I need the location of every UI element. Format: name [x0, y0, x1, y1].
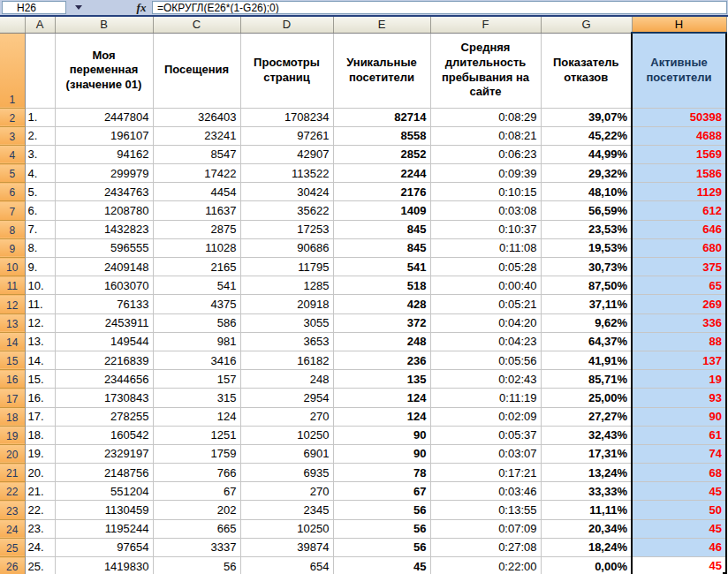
cell-bounce-rate[interactable]: 23,53%	[541, 220, 632, 238]
cell-avg-duration[interactable]: 0:03:07	[430, 444, 541, 463]
cell-visits[interactable]: 981	[153, 332, 240, 351]
cell-visits[interactable]: 2165	[153, 258, 240, 276]
cell-index[interactable]: 19.	[25, 444, 55, 463]
cell-avg-duration[interactable]: 0:08:29	[430, 108, 541, 126]
cell-avg-duration[interactable]: 0:02:09	[430, 407, 541, 426]
row-header[interactable]: 7	[0, 201, 25, 220]
cell-pageviews[interactable]: 270	[240, 407, 333, 426]
cell-active-visitors[interactable]: 50398	[632, 108, 726, 126]
insert-function-icon[interactable]: fx	[132, 0, 151, 15]
cell-unique-visitors[interactable]: 82714	[333, 108, 430, 126]
cell-visits[interactable]: 326403	[153, 108, 240, 126]
cell-pageviews[interactable]: 17253	[240, 220, 333, 238]
cell-bounce-rate[interactable]: 87,50%	[541, 276, 632, 295]
cell-index[interactable]: 15.	[25, 370, 55, 389]
cell-index[interactable]: 23.	[25, 519, 55, 538]
cell-visits[interactable]: 17422	[153, 164, 240, 183]
cell-active-visitors[interactable]: 88	[632, 332, 726, 351]
cell-avg-duration[interactable]: 0:06:23	[430, 145, 541, 163]
cell-avg-duration[interactable]: 0:05:37	[430, 426, 541, 444]
cell-bounce-rate[interactable]: 32,43%	[541, 426, 632, 444]
cell-bounce-rate[interactable]: 29,32%	[541, 164, 632, 183]
cell-active-visitors[interactable]: 375	[632, 258, 726, 276]
cell-variable[interactable]: 1130459	[55, 501, 153, 519]
column-header-b[interactable]: B	[55, 17, 153, 33]
cell-bounce-rate[interactable]: 11,11%	[541, 501, 632, 519]
cell-index[interactable]: 4.	[25, 164, 55, 183]
cell-unique-visitors[interactable]: 372	[333, 313, 430, 332]
cell-pageviews[interactable]: 2345	[240, 501, 333, 519]
cell-active-visitors[interactable]: 46	[632, 538, 726, 556]
cell-active-visitors[interactable]: 1586	[632, 164, 726, 183]
cell-index[interactable]: 21.	[25, 482, 55, 501]
column-header-g[interactable]: G	[541, 17, 632, 33]
cell-active-visitors[interactable]: 50	[632, 501, 726, 519]
cell-visits[interactable]: 2875	[153, 220, 240, 238]
cell-variable[interactable]: 1432823	[55, 220, 153, 238]
cell-active-visitors[interactable]: 1569	[632, 145, 726, 163]
cell-pageviews[interactable]: 654	[240, 557, 333, 574]
cell-variable[interactable]: 596555	[55, 238, 153, 257]
cell-bounce-rate[interactable]: 19,53%	[541, 238, 632, 257]
row-header[interactable]: 5	[0, 164, 25, 183]
cell-b1-header[interactable]: Моя переменная (значение 01)	[55, 33, 153, 108]
cell-avg-duration[interactable]: 0:10:15	[430, 183, 541, 201]
cell-index[interactable]: 2.	[25, 126, 55, 145]
cell-bounce-rate[interactable]: 0,00%	[541, 557, 632, 574]
cell-bounce-rate[interactable]: 48,10%	[541, 183, 632, 201]
cell-index[interactable]: 17.	[25, 407, 55, 426]
cell-bounce-rate[interactable]: 44,99%	[541, 145, 632, 163]
row-header[interactable]: 15	[0, 351, 25, 369]
cell-active-visitors[interactable]: 45	[632, 482, 726, 501]
cell-variable[interactable]: 1419830	[55, 557, 153, 574]
cell-variable[interactable]: 2434763	[55, 183, 153, 201]
cell-visits[interactable]: 3416	[153, 351, 240, 369]
row-header[interactable]: 8	[0, 220, 25, 238]
cell-active-visitors[interactable]: 4688	[632, 126, 726, 145]
cell-bounce-rate[interactable]: 20,34%	[541, 519, 632, 538]
cell-index[interactable]: 25.	[25, 557, 55, 574]
select-all-corner[interactable]	[0, 17, 25, 33]
cell-avg-duration[interactable]: 0:05:28	[430, 258, 541, 276]
column-header-h-selected[interactable]: H	[632, 17, 726, 33]
cell-pageviews[interactable]: 270	[240, 482, 333, 501]
cell-e1-header[interactable]: Уникальные посетители	[333, 33, 430, 108]
cell-pageviews[interactable]: 6935	[240, 464, 333, 482]
row-header[interactable]: 16	[0, 370, 25, 389]
cell-unique-visitors[interactable]: 45	[333, 557, 430, 574]
cell-bounce-rate[interactable]: 27,27%	[541, 407, 632, 426]
cell-unique-visitors[interactable]: 518	[333, 276, 430, 295]
cell-unique-visitors[interactable]: 56	[333, 538, 430, 556]
cell-variable[interactable]: 196107	[55, 126, 153, 145]
cell-variable[interactable]: 278255	[55, 407, 153, 426]
cell-avg-duration[interactable]: 0:11:19	[430, 389, 541, 407]
cell-pageviews[interactable]: 90686	[240, 238, 333, 257]
cell-visits[interactable]: 766	[153, 464, 240, 482]
cell-active-visitors[interactable]: 45	[632, 519, 726, 538]
cell-avg-duration[interactable]: 0:04:23	[430, 332, 541, 351]
cell-f1-header[interactable]: Средняя длительность пребывания на сайте	[430, 33, 541, 108]
cell-bounce-rate[interactable]: 17,31%	[541, 444, 632, 463]
cell-unique-visitors[interactable]: 124	[333, 407, 430, 426]
cell-avg-duration[interactable]: 0:03:46	[430, 482, 541, 501]
cell-pageviews[interactable]: 42907	[240, 145, 333, 163]
column-header-d[interactable]: D	[240, 17, 333, 33]
row-header[interactable]: 18	[0, 407, 25, 426]
cell-pageviews[interactable]: 35622	[240, 201, 333, 220]
cell-visits[interactable]: 315	[153, 389, 240, 407]
cell-visits[interactable]: 23241	[153, 126, 240, 145]
cell-pageviews[interactable]: 6901	[240, 444, 333, 463]
cell-index[interactable]: 10.	[25, 276, 55, 295]
cell-variable[interactable]: 94162	[55, 145, 153, 163]
cell-bounce-rate[interactable]: 9,62%	[541, 313, 632, 332]
row-header[interactable]: 20	[0, 444, 25, 463]
cell-bounce-rate[interactable]: 39,07%	[541, 108, 632, 126]
row-header[interactable]: 19	[0, 426, 25, 444]
cell-unique-visitors[interactable]: 2852	[333, 145, 430, 163]
column-header-a[interactable]: A	[25, 17, 55, 33]
cell-active-visitors[interactable]: 68	[632, 464, 726, 482]
cell-unique-visitors[interactable]: 845	[333, 220, 430, 238]
cell-visits[interactable]: 4375	[153, 295, 240, 313]
row-header[interactable]: 25	[0, 538, 25, 556]
cell-d1-header[interactable]: Просмотры страниц	[240, 33, 333, 108]
